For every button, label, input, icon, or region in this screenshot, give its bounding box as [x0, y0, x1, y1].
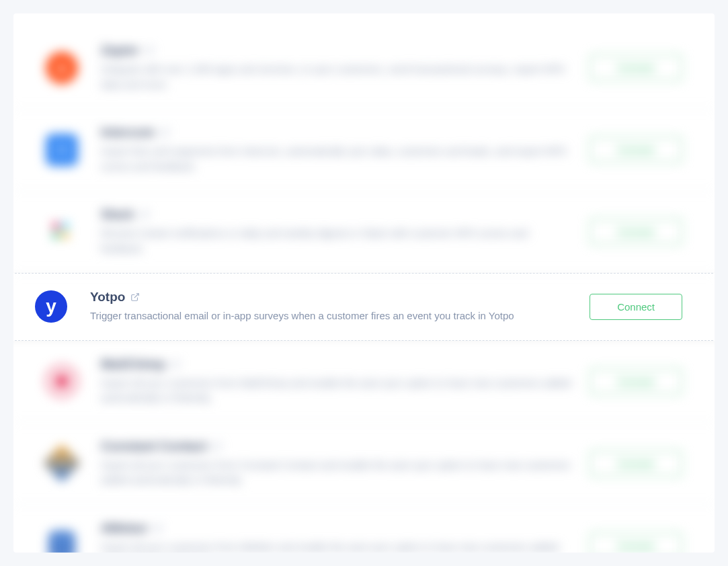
integration-description: Trigger transactional email or in-app su…: [90, 309, 573, 324]
integration-title[interactable]: Yotpo: [90, 290, 125, 305]
integration-description: Receive instant notifications or daily a…: [101, 226, 573, 256]
connect-button[interactable]: Connect: [590, 532, 682, 553]
external-link-icon[interactable]: [145, 46, 154, 55]
svg-line-2: [143, 211, 147, 215]
mailchimp-icon: [46, 365, 78, 397]
connect-button[interactable]: Connect: [590, 368, 682, 395]
integration-row-zapier: Zapier Integrate with over 1,500 apps an…: [13, 27, 715, 109]
connect-button[interactable]: Connect: [590, 218, 682, 245]
svg-line-6: [157, 524, 161, 528]
integration-row-aweber: AWeber Import all your customers from AW…: [13, 505, 715, 553]
intercom-icon: [46, 134, 78, 166]
svg-line-1: [164, 129, 168, 133]
integration-title[interactable]: MailChimp: [101, 357, 165, 372]
external-link-icon[interactable]: [130, 292, 140, 302]
svg-line-4: [175, 360, 179, 364]
integration-row-constantcontact: Constant Contact Import all your custome…: [13, 423, 715, 505]
connect-button[interactable]: Connect: [590, 450, 682, 477]
integration-title[interactable]: Intercom: [101, 125, 155, 140]
integration-description: Import all your customers from MailChimp…: [101, 376, 573, 406]
integration-title[interactable]: Constant Contact: [101, 439, 207, 454]
constantcontact-icon: [46, 447, 78, 479]
svg-line-5: [216, 442, 220, 446]
integration-title[interactable]: AWeber: [101, 521, 148, 536]
integration-row-intercom: Intercom Import lists and segments from …: [13, 109, 715, 191]
external-link-icon[interactable]: [153, 524, 163, 533]
aweber-icon: [46, 529, 78, 553]
external-link-icon[interactable]: [171, 360, 180, 369]
svg-line-3: [134, 294, 138, 298]
connect-button[interactable]: Connect: [590, 294, 682, 320]
integration-description: Import all your customers from Constant …: [101, 458, 573, 488]
integration-description: Import lists and segments from Intercom,…: [101, 144, 573, 174]
zapier-icon: [46, 52, 78, 84]
connect-button[interactable]: Connect: [590, 54, 682, 81]
external-link-icon[interactable]: [140, 210, 149, 219]
integration-description: Integrate with over 1,500 apps and servi…: [101, 62, 573, 92]
integrations-list: Zapier Integrate with over 1,500 apps an…: [13, 13, 715, 553]
svg-line-0: [149, 47, 153, 51]
slack-icon: [46, 216, 78, 248]
integration-row-mailchimp: MailChimp Import all your customers from…: [13, 341, 715, 423]
integration-title[interactable]: Zapier: [101, 43, 139, 58]
integration-title[interactable]: Slack: [101, 207, 134, 222]
external-link-icon[interactable]: [160, 128, 169, 137]
integration-row-yotpo: y Yotpo Trigger transactional email or i…: [13, 273, 715, 341]
connect-button[interactable]: Connect: [590, 136, 682, 163]
yotpo-icon: y: [35, 290, 67, 323]
integration-row-slack: Slack Receive instant notifications or d…: [13, 191, 715, 273]
integration-description: Import all your customers from AWeber an…: [101, 540, 573, 553]
external-link-icon[interactable]: [212, 442, 222, 451]
